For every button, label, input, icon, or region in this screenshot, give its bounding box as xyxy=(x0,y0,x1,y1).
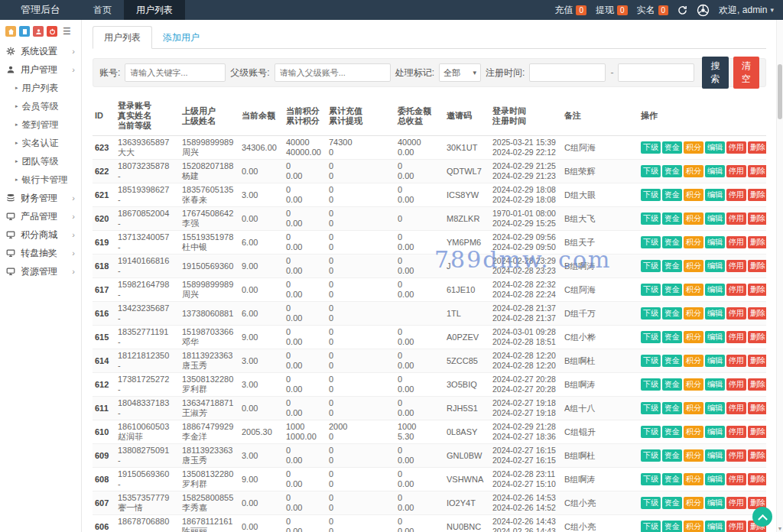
funds-button[interactable]: 资金 xyxy=(662,378,682,391)
funds-button[interactable]: 资金 xyxy=(662,165,682,177)
funds-button[interactable]: 资金 xyxy=(662,473,682,485)
disable-button[interactable]: 停用 xyxy=(726,497,746,509)
realname-stat[interactable]: 实名 0 xyxy=(637,4,669,17)
scrollbar-thumb[interactable] xyxy=(778,64,782,119)
points-button[interactable]: 积分 xyxy=(684,284,703,296)
subordinate-button[interactable]: 下级 xyxy=(641,307,661,320)
subordinate-button[interactable]: 下级 xyxy=(641,402,661,414)
subordinate-button[interactable]: 下级 xyxy=(641,165,661,177)
scrollbar-down-arrow[interactable]: ▼ xyxy=(777,526,783,531)
delete-button[interactable]: 删除 xyxy=(748,402,766,414)
points-button[interactable]: 积分 xyxy=(684,189,703,201)
subordinate-button[interactable]: 下级 xyxy=(641,141,661,154)
disable-button[interactable]: 停用 xyxy=(726,236,746,248)
funds-button[interactable]: 资金 xyxy=(662,307,682,320)
edit-button[interactable]: 编辑 xyxy=(705,307,725,320)
delete-button[interactable]: 删除 xyxy=(748,473,766,485)
subordinate-button[interactable]: 下级 xyxy=(641,426,661,438)
disable-button[interactable]: 停用 xyxy=(726,212,746,225)
tab-add-user[interactable]: 添加用户 xyxy=(152,27,210,48)
reg-time-start-input[interactable] xyxy=(529,63,606,82)
subordinate-button[interactable]: 下级 xyxy=(641,449,661,462)
edit-button[interactable]: 编辑 xyxy=(705,284,725,296)
edit-button[interactable]: 编辑 xyxy=(705,260,725,272)
funds-button[interactable]: 资金 xyxy=(662,141,682,154)
funds-button[interactable]: 资金 xyxy=(662,426,682,438)
edit-button[interactable]: 编辑 xyxy=(705,378,725,391)
subordinate-button[interactable]: 下级 xyxy=(641,236,661,248)
collapse-menu-icon[interactable]: ☰ xyxy=(63,27,71,36)
disable-button[interactable]: 停用 xyxy=(726,165,746,177)
subordinate-button[interactable]: 下级 xyxy=(641,355,661,367)
reg-time-end-input[interactable] xyxy=(618,63,694,82)
sidebar-subitem-1-1[interactable]: ▸会员等级 xyxy=(0,97,81,115)
sidebar-item-4[interactable]: 积分商城› xyxy=(0,225,81,244)
subordinate-button[interactable]: 下级 xyxy=(641,497,661,509)
subordinate-button[interactable]: 下级 xyxy=(641,284,661,296)
sidebar-subitem-1-5[interactable]: ▸银行卡管理 xyxy=(0,170,81,189)
edit-button[interactable]: 编辑 xyxy=(705,449,725,462)
flag-select[interactable]: 全部 ▾ xyxy=(439,63,481,82)
edit-button[interactable]: 编辑 xyxy=(705,497,725,509)
points-button[interactable]: 积分 xyxy=(684,236,703,248)
clear-button[interactable]: 清空 xyxy=(733,57,759,89)
points-button[interactable]: 积分 xyxy=(684,497,703,509)
delete-button[interactable]: 删除 xyxy=(748,236,766,248)
disable-button[interactable]: 停用 xyxy=(726,189,746,201)
subordinate-button[interactable]: 下级 xyxy=(641,473,661,485)
edit-button[interactable]: 编辑 xyxy=(705,402,725,414)
sidebar-subitem-1-4[interactable]: ▸团队等级 xyxy=(0,152,81,170)
points-button[interactable]: 积分 xyxy=(684,355,703,367)
delete-button[interactable]: 删除 xyxy=(748,284,766,296)
delete-button[interactable]: 删除 xyxy=(748,355,766,367)
user-menu[interactable]: 欢迎, admin ▾ xyxy=(719,4,774,17)
points-button[interactable]: 积分 xyxy=(684,426,703,438)
sidebar-item-2[interactable]: 财务管理› xyxy=(0,189,81,207)
edit-button[interactable]: 编辑 xyxy=(705,236,725,248)
points-button[interactable]: 积分 xyxy=(684,521,703,532)
edit-button[interactable]: 编辑 xyxy=(705,473,725,485)
points-button[interactable]: 积分 xyxy=(684,331,703,343)
disable-button[interactable]: 停用 xyxy=(726,307,746,320)
delete-button[interactable]: 删除 xyxy=(748,141,766,154)
edit-button[interactable]: 编辑 xyxy=(705,165,725,177)
points-button[interactable]: 积分 xyxy=(684,141,703,154)
funds-button[interactable]: 资金 xyxy=(662,402,682,414)
sidebar-subitem-1-0[interactable]: ▸用户列表 xyxy=(0,79,81,97)
nav-home[interactable]: 首页 xyxy=(81,0,124,20)
nav-user-list[interactable]: 用户列表 xyxy=(124,0,185,20)
sidebar-item-1[interactable]: 用户管理› xyxy=(0,60,81,79)
funds-button[interactable]: 资金 xyxy=(662,331,682,343)
edit-button[interactable]: 编辑 xyxy=(705,426,725,438)
disable-button[interactable]: 停用 xyxy=(726,473,746,485)
avatar-icon[interactable] xyxy=(697,4,710,17)
edit-button[interactable]: 编辑 xyxy=(705,355,725,367)
power-icon[interactable] xyxy=(47,26,57,37)
funds-button[interactable]: 资金 xyxy=(662,355,682,367)
delete-button[interactable]: 删除 xyxy=(748,165,766,177)
funds-button[interactable]: 资金 xyxy=(662,449,682,462)
edit-button[interactable]: 编辑 xyxy=(705,189,725,201)
disable-button[interactable]: 停用 xyxy=(726,141,746,154)
delete-button[interactable]: 删除 xyxy=(748,331,766,343)
subordinate-button[interactable]: 下级 xyxy=(641,260,661,272)
subordinate-button[interactable]: 下级 xyxy=(641,521,661,532)
search-button[interactable]: 搜索 xyxy=(702,57,728,89)
edit-button[interactable]: 编辑 xyxy=(705,141,725,154)
sidebar-subitem-1-3[interactable]: ▸实名认证 xyxy=(0,134,81,152)
account-input[interactable] xyxy=(125,63,226,82)
user-icon[interactable] xyxy=(33,26,44,37)
refresh-icon[interactable] xyxy=(677,5,687,15)
edit-button[interactable]: 编辑 xyxy=(705,212,725,225)
parent-account-input[interactable] xyxy=(275,63,391,82)
disable-button[interactable]: 停用 xyxy=(726,378,746,391)
funds-button[interactable]: 资金 xyxy=(662,497,682,509)
disable-button[interactable]: 停用 xyxy=(726,331,746,343)
delete-button[interactable]: 删除 xyxy=(748,189,766,201)
disable-button[interactable]: 停用 xyxy=(726,449,746,462)
back-to-top-button[interactable] xyxy=(752,507,772,527)
sidebar-subitem-1-2[interactable]: ▸签到管理 xyxy=(0,115,81,134)
doc-icon[interactable] xyxy=(19,26,30,37)
sidebar-item-3[interactable]: 产品管理› xyxy=(0,207,81,225)
edit-button[interactable]: 编辑 xyxy=(705,331,725,343)
